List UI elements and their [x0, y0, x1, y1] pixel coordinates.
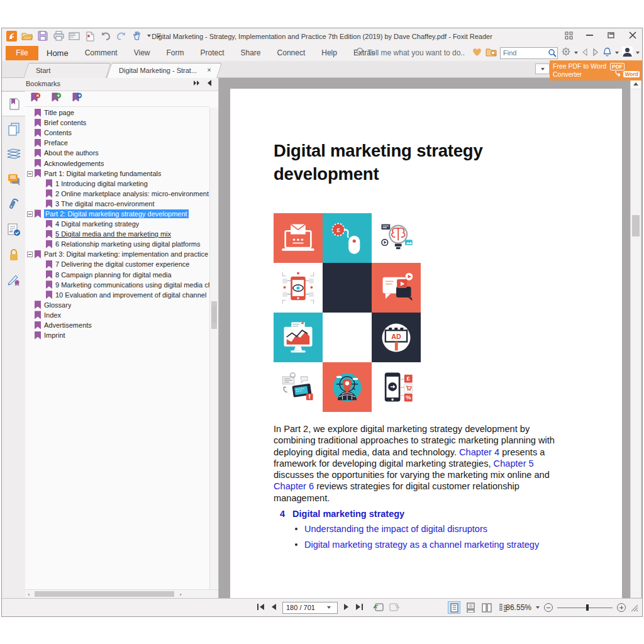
zoom-out-icon[interactable]	[544, 603, 553, 612]
resize-grip[interactable]	[630, 604, 638, 612]
next-page-icon[interactable]	[343, 602, 350, 613]
gear-caret[interactable]	[574, 52, 578, 54]
bookmark-item[interactable]: Advertisements	[25, 320, 209, 330]
file-menu-button[interactable]: File	[6, 46, 38, 60]
chapter-5-link[interactable]: Chapter 5	[494, 458, 534, 469]
tab-help[interactable]: Help	[313, 46, 345, 60]
print-icon[interactable]	[53, 30, 64, 42]
continuous-layout-icon[interactable]	[464, 601, 477, 614]
bookmark-item[interactable]: 7 Delivering the digital customer experi…	[25, 259, 209, 269]
bookmark-item[interactable]: Acknowledgements	[25, 158, 209, 168]
tab-connect[interactable]: Connect	[269, 46, 314, 60]
expand-current-bookmark-icon[interactable]	[72, 92, 82, 106]
bookmark-item[interactable]: Imprint	[25, 330, 209, 340]
sidebar-horizontal-scrollbar[interactable]: ‹ ›	[25, 589, 218, 598]
comments-panel-icon[interactable]	[2, 167, 25, 192]
zoom-caret[interactable]	[536, 606, 540, 609]
scroll-up-icon[interactable]	[631, 79, 641, 89]
delete-bookmark-icon[interactable]	[30, 92, 41, 106]
close-button[interactable]	[627, 31, 638, 40]
heart-icon[interactable]	[472, 47, 482, 59]
chapter-4-link[interactable]: Chapter 4	[459, 447, 499, 457]
ui-options-icon[interactable]	[563, 31, 574, 40]
bookmark-item[interactable]: 8 Campaign planning for digital media	[25, 270, 209, 280]
scrollbar-thumb[interactable]	[35, 591, 174, 597]
tab-protect[interactable]: Protect	[192, 46, 233, 60]
collapse-panel-icon[interactable]	[207, 80, 212, 86]
tab-current-document[interactable]: Digital Marketing - Strat... ×	[109, 63, 219, 78]
bookmark-item[interactable]: Contents	[25, 128, 209, 138]
collapse-toggle[interactable]	[27, 211, 33, 217]
pages-panel-icon[interactable]	[2, 116, 25, 142]
save-icon[interactable]	[37, 30, 48, 42]
zoom-slider[interactable]	[557, 604, 613, 611]
bell-icon[interactable]	[602, 47, 612, 59]
bookmark-item[interactable]: 3 The digital macro-environment	[25, 199, 209, 209]
gear-icon[interactable]	[561, 47, 571, 59]
back-arrow-icon[interactable]	[581, 47, 589, 58]
find-input[interactable]	[501, 49, 548, 57]
previous-page-icon[interactable]	[270, 602, 277, 613]
forward-arrow-icon[interactable]	[592, 47, 599, 58]
tab-home[interactable]: Home	[38, 46, 77, 60]
bookmarks-panel-icon[interactable]	[2, 91, 25, 116]
restore-button[interactable]	[606, 31, 617, 40]
tab-comment[interactable]: Comment	[77, 46, 126, 60]
scrollbar-thumb[interactable]	[211, 301, 217, 329]
expand-panel-icon[interactable]	[193, 80, 201, 86]
page-number-input[interactable]	[283, 604, 327, 611]
page-number-caret[interactable]	[327, 606, 331, 609]
zoom-in-icon[interactable]	[617, 603, 626, 612]
tell-me-search[interactable]: Tell me what you want to do..	[367, 48, 465, 57]
bookmark-item[interactable]: 6 Relationship marketing using digital p…	[25, 239, 209, 249]
tab-form[interactable]: Form	[158, 46, 192, 60]
zoom-percentage[interactable]: 86.55%	[506, 603, 531, 612]
bookmark-item[interactable]: 10 Evaluation and improvement of digital…	[25, 290, 209, 300]
bookmark-item-selected[interactable]: Part 2: Digital marketing strategy devel…	[25, 209, 209, 219]
bookmark-item[interactable]: Part 3: Digital marketing: implementatio…	[25, 249, 209, 259]
bookmark-item[interactable]: 9 Marketing communications using digital…	[25, 280, 209, 290]
bell-caret[interactable]	[615, 52, 619, 54]
last-page-icon[interactable]	[355, 602, 364, 613]
chapter-bullet[interactable]: Digital marketing strategy as a channel …	[295, 540, 539, 550]
tab-start-page[interactable]: Start	[26, 63, 109, 78]
collapse-toggle[interactable]	[27, 252, 33, 257]
bookmark-item[interactable]: 1 Introducing digital marketing	[25, 179, 209, 189]
first-page-icon[interactable]	[257, 602, 265, 613]
user-caret[interactable]	[636, 52, 640, 54]
bookmark-item[interactable]: Preface	[25, 138, 209, 148]
security-panel-icon[interactable]	[2, 242, 25, 267]
bookmark-item[interactable]: About the authors	[25, 148, 209, 158]
attachments-panel-icon[interactable]	[2, 192, 25, 217]
previous-view-icon[interactable]	[373, 602, 384, 614]
minimize-button[interactable]	[584, 31, 596, 40]
single-page-layout-icon[interactable]	[448, 601, 460, 614]
bookmark-item[interactable]: Glossary	[25, 300, 209, 310]
bookmark-item[interactable]: Part 1: Digital marketing fundamentals	[25, 169, 209, 179]
find-magnifier-icon[interactable]	[548, 48, 557, 57]
search-document-icon[interactable]	[486, 47, 497, 59]
document-vertical-scrollbar[interactable]	[630, 79, 641, 598]
sign-panel-icon[interactable]	[2, 267, 25, 292]
signatures-panel-icon[interactable]	[2, 217, 25, 242]
facing-layout-icon[interactable]	[480, 601, 493, 614]
chapter-bullet[interactable]: Understanding the impact of digital disr…	[295, 524, 487, 534]
scroll-right-icon[interactable]: ›	[179, 591, 182, 597]
bookmark-item[interactable]: Index	[25, 310, 209, 320]
add-bookmark-icon[interactable]	[51, 92, 62, 106]
tab-share[interactable]: Share	[233, 46, 269, 60]
bookmark-item[interactable]: 5 Digital media and the marketing mix	[25, 229, 209, 239]
chapter-6-link[interactable]: Chapter 6	[274, 481, 314, 491]
pdf-to-word-banner[interactable]: Free PDF to Word Converter PDF Word	[550, 60, 642, 80]
banner-collapse-caret[interactable]	[535, 64, 550, 74]
tab-close-icon[interactable]: ×	[205, 66, 213, 74]
collapse-toggle[interactable]	[27, 171, 33, 177]
tab-view[interactable]: View	[126, 46, 158, 60]
scrollbar-thumb[interactable]	[632, 215, 640, 236]
zoom-slider-thumb[interactable]	[586, 604, 589, 611]
sidebar-vertical-scrollbar[interactable]	[209, 108, 218, 589]
scroll-left-icon[interactable]: ‹	[28, 591, 30, 597]
next-view-icon[interactable]	[389, 602, 400, 614]
open-file-icon[interactable]	[21, 30, 33, 42]
bookmark-item[interactable]: 2 Online marketplace analysis: micro-env…	[25, 189, 209, 199]
